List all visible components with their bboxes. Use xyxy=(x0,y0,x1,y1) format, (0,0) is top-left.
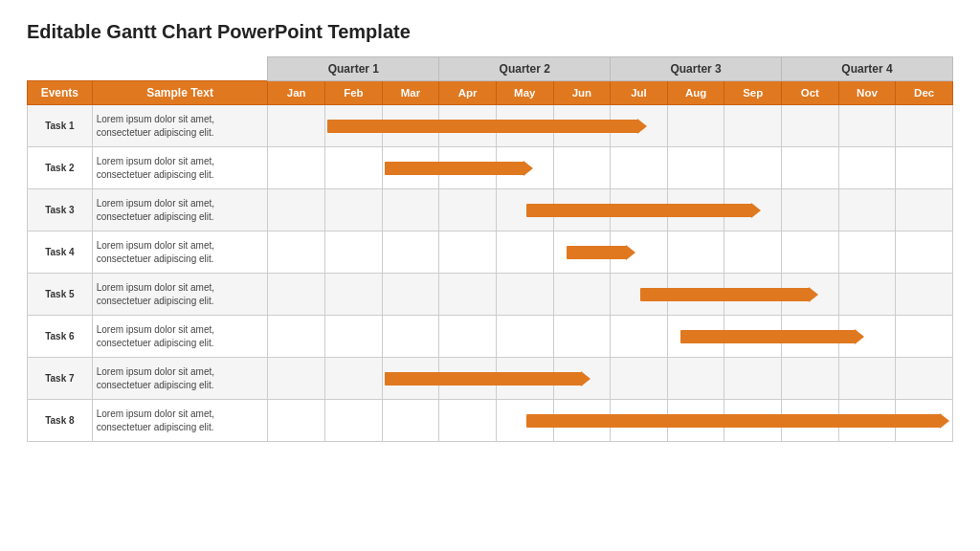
bar-arrow-4 xyxy=(809,287,818,302)
task-id-2: Task 3 xyxy=(28,189,93,231)
month-header-oct: Oct xyxy=(782,81,839,105)
task-desc-6: Lorem ipsum dolor sit amet,consectetuer … xyxy=(92,358,268,400)
month-header-mar: Mar xyxy=(382,81,439,105)
bar-arrow-3 xyxy=(626,245,635,260)
events-header: Events xyxy=(28,81,93,105)
task-desc-7: Lorem ipsum dolor sit amet,consectetuer … xyxy=(92,400,268,442)
bar-arrow-0 xyxy=(637,119,647,134)
gantt-bar-1 xyxy=(385,162,525,175)
bar-arrow-6 xyxy=(581,371,590,386)
task-bar-cell-1 xyxy=(268,147,953,189)
task-id-7: Task 8 xyxy=(28,400,93,442)
quarter-header-row: Quarter 1Quarter 2Quarter 3Quarter 4 xyxy=(28,57,953,81)
gantt-bar-2 xyxy=(526,204,752,217)
bar-arrow-5 xyxy=(855,329,864,344)
task-bar-cell-3 xyxy=(268,231,953,274)
task-id-4: Task 5 xyxy=(28,274,93,316)
task-id-0: Task 1 xyxy=(28,105,93,147)
gantt-bar-6 xyxy=(385,372,582,386)
bar-arrow-2 xyxy=(751,203,761,218)
quarter-header-3: Quarter 4 xyxy=(782,57,953,81)
page-title: Editable Gantt Chart PowerPoint Template xyxy=(27,21,953,43)
task-row-7: Task 8 Lorem ipsum dolor sit amet,consec… xyxy=(28,400,953,442)
task-desc-4: Lorem ipsum dolor sit amet,consectetuer … xyxy=(92,274,268,316)
month-header-feb: Feb xyxy=(325,81,383,105)
task-bar-cell-2 xyxy=(268,189,953,231)
month-header-jun: Jun xyxy=(553,81,611,105)
task-row-4: Task 5 Lorem ipsum dolor sit amet,consec… xyxy=(28,274,953,316)
gantt-bar-4 xyxy=(640,288,810,301)
task-row-0: Task 1 Lorem ipsum dolor sit amet,consec… xyxy=(28,105,953,147)
task-row-1: Task 2 Lorem ipsum dolor sit amet,consec… xyxy=(28,147,953,189)
task-bar-cell-0 xyxy=(268,105,953,147)
task-bar-cell-6 xyxy=(268,358,953,400)
month-header-jan: Jan xyxy=(268,81,325,105)
gantt-bar-3 xyxy=(567,246,627,259)
gantt-chart: Quarter 1Quarter 2Quarter 3Quarter 4 Eve… xyxy=(27,56,953,442)
month-header-aug: Aug xyxy=(667,81,724,105)
quarter-header-0: Quarter 1 xyxy=(268,57,439,81)
month-header-sep: Sep xyxy=(724,81,782,105)
task-id-3: Task 4 xyxy=(28,231,93,274)
task-desc-5: Lorem ipsum dolor sit amet,consectetuer … xyxy=(92,316,268,358)
month-header-row: Events Sample TextJanFebMarAprMayJunJulA… xyxy=(28,81,953,105)
task-desc-0: Lorem ipsum dolor sit amet,consectetuer … xyxy=(92,105,268,147)
bar-arrow-1 xyxy=(523,161,533,176)
quarter-header-2: Quarter 3 xyxy=(611,57,782,81)
task-id-1: Task 2 xyxy=(28,147,93,189)
month-header-nov: Nov xyxy=(838,81,896,105)
task-bar-cell-4 xyxy=(268,274,953,316)
month-header-dec: Dec xyxy=(896,81,953,105)
task-desc-2: Lorem ipsum dolor sit amet,consectetuer … xyxy=(92,189,268,231)
task-id-5: Task 6 xyxy=(28,316,93,358)
task-row-2: Task 3 Lorem ipsum dolor sit amet,consec… xyxy=(28,189,953,231)
month-header-jul: Jul xyxy=(611,81,668,105)
gantt-table: Quarter 1Quarter 2Quarter 3Quarter 4 Eve… xyxy=(27,56,953,442)
quarter-header-1: Quarter 2 xyxy=(439,57,611,81)
task-row-6: Task 7 Lorem ipsum dolor sit amet,consec… xyxy=(28,358,953,400)
text-header: Sample Text xyxy=(92,81,268,105)
month-header-apr: Apr xyxy=(439,81,497,105)
bar-arrow-7 xyxy=(940,413,949,429)
task-id-6: Task 7 xyxy=(28,358,93,400)
task-desc-1: Lorem ipsum dolor sit amet,consectetuer … xyxy=(92,147,268,189)
task-bar-cell-7 xyxy=(268,400,953,442)
empty-cell xyxy=(28,57,93,81)
gantt-bar-5 xyxy=(680,330,856,343)
task-desc-3: Lorem ipsum dolor sit amet,consectetuer … xyxy=(92,231,268,274)
empty-cell2 xyxy=(92,57,268,81)
gantt-bar-7 xyxy=(526,414,941,428)
task-bar-cell-5 xyxy=(268,316,953,358)
month-header-may: May xyxy=(496,81,553,105)
gantt-bar-0 xyxy=(327,120,638,133)
task-row-3: Task 4 Lorem ipsum dolor sit amet,consec… xyxy=(28,231,953,274)
task-row-5: Task 6 Lorem ipsum dolor sit amet,consec… xyxy=(28,316,953,358)
